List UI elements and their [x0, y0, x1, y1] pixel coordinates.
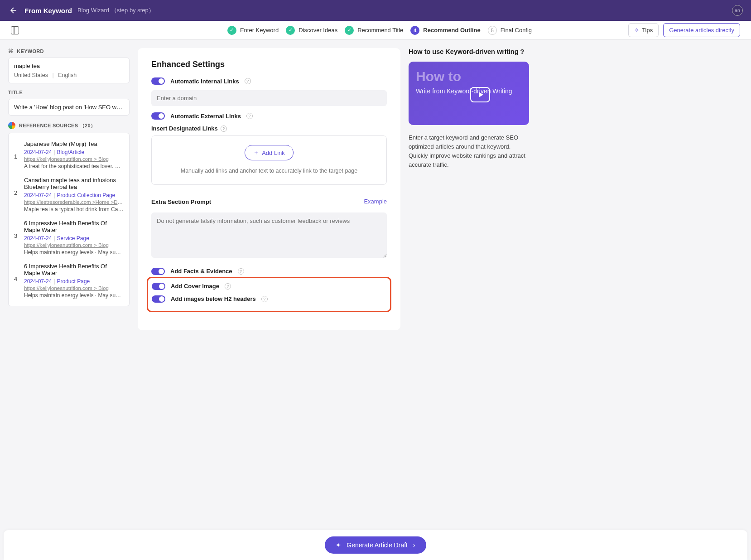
ref-desc: Helps maintain energy levels · May suppo…: [24, 292, 124, 299]
title-section-label: TITLE: [8, 90, 130, 95]
ref-section-label: REFERENCE SOURCES （20）: [8, 122, 130, 129]
auto-internal-row: Automatic Internal Links ?: [151, 77, 387, 85]
auto-internal-label: Automatic Internal Links: [170, 78, 239, 85]
lightbulb-icon: ✧: [634, 27, 639, 34]
add-facts-toggle[interactable]: [151, 268, 165, 275]
key-icon: ⌘: [8, 48, 13, 54]
step-recommend-title[interactable]: ✓ Recommend Title: [345, 26, 403, 35]
help-icon[interactable]: ?: [225, 283, 231, 290]
auto-external-row: Automatic External Links ?: [151, 112, 387, 120]
generate-directly-button[interactable]: Generate articles directly: [663, 23, 740, 37]
add-cover-label: Add Cover Image: [171, 283, 219, 290]
reference-item[interactable]: 2 Canadian maple teas and infusions Blue…: [9, 173, 129, 216]
google-icon: [8, 122, 15, 129]
video-card[interactable]: How to Write from Keyword-driven Writing: [409, 62, 529, 125]
check-icon: ✓: [227, 26, 236, 35]
play-icon[interactable]: [470, 87, 490, 102]
step-number-icon: 4: [410, 26, 419, 35]
add-cover-row: Add Cover Image ?: [152, 283, 386, 290]
ref-title: Japanese Maple (Mojiji) Tea: [24, 140, 124, 147]
page-title: From Keyword: [24, 7, 72, 14]
ref-url: https://kellyjonesnutrition.com > Blog: [24, 285, 124, 291]
domain-input[interactable]: [151, 90, 387, 106]
reference-list: 1 Japanese Maple (Mojiji) Tea 2024-07-24…: [8, 133, 130, 306]
add-h2-images-toggle[interactable]: [152, 295, 165, 303]
link-zone-hint: Manually add links and anchor text to ac…: [161, 167, 377, 175]
plus-icon: ＋: [253, 149, 259, 157]
step-bar: ✓ Enter Keyword ✓ Discover Ideas ✓ Recom…: [0, 21, 751, 40]
step-label: Recommend Outline: [423, 27, 480, 34]
check-icon: ✓: [286, 26, 295, 35]
ref-number: 4: [14, 275, 19, 299]
top-bar: From Keyword Blog Wizard （step by step） …: [0, 0, 751, 21]
help-description: Enter a target keyword and generate SEO …: [409, 133, 529, 170]
ref-desc: Maple tea is a typical hot drink from Ca…: [24, 206, 124, 212]
add-facts-row: Add Facts & Evidence ?: [151, 268, 387, 275]
check-icon: ✓: [345, 26, 354, 35]
ref-number: 2: [14, 189, 19, 212]
add-h2-images-label: Add images below H2 headers: [171, 295, 256, 302]
left-panel: ⌘ KEYWORD maple tea United States | Engl…: [8, 48, 130, 306]
ref-url: https://lestresorsderable.com >Home >Dri…: [24, 199, 124, 205]
help-icon[interactable]: ?: [261, 296, 268, 302]
auto-internal-toggle[interactable]: [151, 77, 165, 85]
reference-item[interactable]: 4 6 Impressive Health Benefits Of Maple …: [9, 259, 129, 302]
title-box[interactable]: Write a 'How' blog post on 'How SEO work…: [8, 99, 130, 116]
ref-desc: Helps maintain energy levels · May suppo…: [24, 249, 124, 256]
keyword-meta: United States | English: [14, 72, 124, 78]
keyword-section-label: ⌘ KEYWORD: [8, 48, 130, 54]
insert-links-label: Insert Designated Links ?: [151, 125, 387, 132]
ref-number: 3: [14, 232, 19, 256]
help-icon[interactable]: ?: [245, 78, 251, 84]
add-facts-label: Add Facts & Evidence: [170, 268, 232, 275]
step-final-config[interactable]: 5 Final Config: [488, 26, 532, 35]
ref-url: https://kellyjonesnutrition.com > Blog: [24, 156, 124, 162]
ref-title: 6 Impressive Health Benefits Of Maple Wa…: [24, 220, 124, 233]
step-discover-ideas[interactable]: ✓ Discover Ideas: [286, 26, 337, 35]
settings-heading: Enhanced Settings: [151, 60, 387, 69]
panel-toggle-icon[interactable]: [11, 26, 19, 34]
help-icon[interactable]: ?: [221, 126, 227, 132]
highlighted-options: Add Cover Image ? Add images below H2 he…: [147, 277, 391, 312]
ref-title: 6 Impressive Health Benefits Of Maple Wa…: [24, 263, 124, 276]
step-recommend-outline[interactable]: 4 Recommend Outline: [410, 26, 480, 35]
reference-item[interactable]: 1 Japanese Maple (Mojiji) Tea 2024-07-24…: [9, 137, 129, 173]
back-arrow-icon[interactable]: [9, 6, 18, 15]
help-heading: How to use Keyword-driven writing ?: [409, 48, 529, 55]
video-title: How to: [416, 70, 522, 83]
keyword-box[interactable]: maple tea United States | English: [8, 58, 130, 83]
auto-external-label: Automatic External Links: [170, 113, 241, 120]
help-panel: How to use Keyword-driven writing ? How …: [409, 48, 529, 170]
tips-button[interactable]: ✧ Tips: [628, 23, 659, 37]
step-label: Enter Keyword: [240, 27, 279, 34]
add-cover-toggle[interactable]: [152, 283, 165, 290]
settings-panel: Enhanced Settings Automatic Internal Lin…: [138, 48, 400, 330]
ref-url: https://kellyjonesnutrition.com > Blog: [24, 242, 124, 248]
page-subtitle: Blog Wizard （step by step）: [77, 6, 154, 14]
step-label: Final Config: [501, 27, 532, 34]
avatar[interactable]: an: [732, 5, 743, 16]
tips-label: Tips: [642, 27, 653, 34]
auto-external-toggle[interactable]: [151, 112, 165, 120]
reference-item[interactable]: 3 6 Impressive Health Benefits Of Maple …: [9, 216, 129, 259]
extra-prompt-label: Extra Section Prompt: [151, 198, 211, 205]
help-icon[interactable]: ?: [238, 268, 244, 275]
step-enter-keyword[interactable]: ✓ Enter Keyword: [227, 26, 279, 35]
step-label: Recommend Title: [357, 27, 403, 34]
add-link-button[interactable]: ＋ Add Link: [245, 145, 294, 160]
ref-title: Canadian maple teas and infusions Bluebe…: [24, 177, 124, 190]
step-number-icon: 5: [488, 26, 497, 35]
add-h2-images-row: Add images below H2 headers ?: [152, 295, 386, 303]
ref-desc: A treat for the sophisticated tea lover.…: [24, 163, 124, 169]
link-zone: ＋ Add Link Manually add links and anchor…: [151, 135, 387, 185]
ref-number: 1: [14, 153, 19, 169]
extra-prompt-textarea[interactable]: [151, 212, 387, 258]
keyword-value: maple tea: [14, 63, 124, 69]
help-icon[interactable]: ?: [246, 113, 253, 119]
step-label: Discover Ideas: [298, 27, 337, 34]
example-link[interactable]: Example: [364, 198, 387, 205]
video-subtitle: Write from Keyword-driven Writing: [416, 87, 522, 96]
